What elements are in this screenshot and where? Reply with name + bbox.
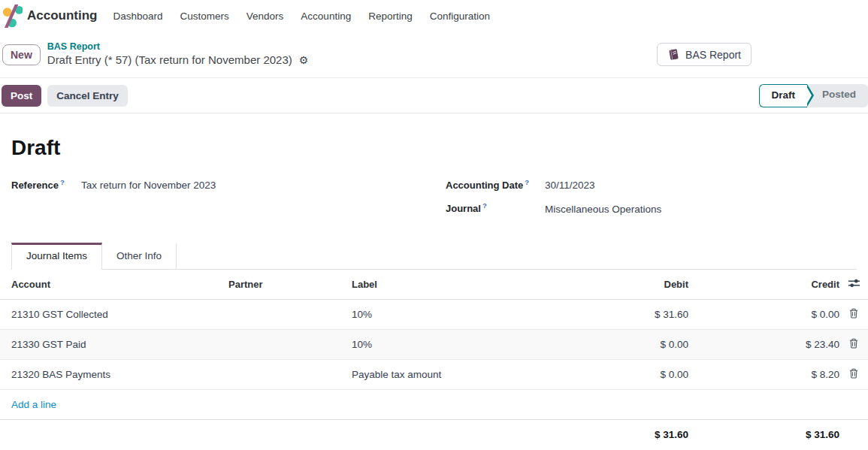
credit-cell[interactable]: $ 8.20 (688, 360, 839, 390)
control-panel: New BAS Report Draft Entry (* 57) (Tax r… (0, 32, 868, 77)
debit-total: $ 31.60 (568, 420, 688, 449)
tab-journal-items[interactable]: Journal Items (11, 243, 102, 270)
help-icon: ? (525, 178, 529, 186)
debit-cell[interactable]: $ 31.60 (568, 300, 688, 330)
top-nav: Accounting Dashboard Customers Vendors A… (0, 0, 868, 32)
totals-row: $ 31.60 $ 31.60 (0, 420, 868, 449)
action-bar: Post Cancel Entry Draft Posted (0, 77, 868, 113)
label-cell[interactable]: Payable tax amount (352, 360, 568, 390)
reference-value[interactable]: Tax return for November 2023 (81, 180, 216, 191)
cancel-entry-button[interactable]: Cancel Entry (47, 85, 128, 107)
nav-item-accounting[interactable]: Accounting (301, 11, 351, 22)
post-button[interactable]: Post (2, 85, 41, 107)
reference-label: Reference? (11, 178, 81, 191)
table-row[interactable]: 21330 GST Paid 10% $ 0.00 $ 23.40 (0, 330, 868, 360)
journal-items-table: Account Partner Label Debit Credit 21310… (0, 270, 868, 449)
accounting-date-value[interactable]: 30/11/2023 (545, 180, 595, 191)
journal-label: Journal? (446, 201, 545, 214)
credit-cell[interactable]: $ 23.40 (688, 330, 839, 360)
breadcrumb: BAS Report Draft Entry (* 57) (Tax retur… (47, 41, 309, 67)
status-step-draft[interactable]: Draft (759, 84, 807, 107)
label-cell[interactable]: 10% (352, 300, 568, 330)
field-group: Reference? Tax return for November 2023 … (11, 178, 857, 225)
col-header-credit[interactable]: Credit (688, 270, 839, 300)
nav-item-vendors[interactable]: Vendors (246, 11, 284, 22)
partner-cell[interactable] (228, 300, 352, 330)
new-button[interactable]: New (2, 44, 41, 65)
help-icon: ? (482, 201, 487, 210)
accounting-app-icon[interactable] (2, 5, 23, 28)
breadcrumb-parent-link[interactable]: BAS Report (47, 41, 309, 53)
col-header-label[interactable]: Label (352, 270, 568, 300)
table-header-row: Account Partner Label Debit Credit (0, 270, 868, 300)
status-step-posted[interactable]: Posted (807, 84, 868, 107)
breadcrumb-current: Draft Entry (* 57) (Tax return for Novem… (47, 53, 292, 68)
page-title: Draft (11, 136, 857, 160)
trash-icon[interactable] (849, 368, 858, 379)
help-icon: ? (60, 178, 65, 186)
add-line-row: Add a line (0, 390, 868, 420)
main-menu: Dashboard Customers Vendors Accounting R… (113, 11, 491, 22)
accounting-date-label: Accounting Date? (446, 178, 545, 191)
app-brand: Accounting (2, 5, 98, 28)
account-cell[interactable]: 21320 BAS Payments (0, 360, 228, 390)
nav-item-reporting[interactable]: Reporting (368, 11, 413, 22)
form-sheet: Draft Reference? Tax return for November… (0, 136, 868, 449)
bas-report-button[interactable]: BAS Report (657, 43, 752, 66)
tab-other-info[interactable]: Other Info (102, 243, 177, 269)
optional-columns-icon[interactable] (839, 270, 868, 300)
credit-total: $ 31.60 (688, 420, 839, 449)
col-header-account[interactable]: Account (0, 270, 228, 300)
notebook-tabs: Journal Items Other Info (11, 243, 857, 270)
credit-cell[interactable]: $ 0.00 (688, 300, 839, 330)
nav-item-dashboard[interactable]: Dashboard (113, 11, 163, 22)
partner-cell[interactable] (228, 360, 352, 390)
account-cell[interactable]: 21310 GST Collected (0, 300, 228, 330)
add-a-line-link[interactable]: Add a line (11, 399, 56, 410)
partner-cell[interactable] (228, 330, 352, 360)
journal-value[interactable]: Miscellaneous Operations (545, 204, 661, 215)
bas-report-button-label: BAS Report (685, 49, 741, 61)
app-name[interactable]: Accounting (27, 8, 98, 23)
status-bar: Draft Posted (759, 84, 868, 107)
table-row[interactable]: 21320 BAS Payments Payable tax amount $ … (0, 360, 868, 390)
nav-item-configuration[interactable]: Configuration (430, 11, 490, 22)
nav-item-customers[interactable]: Customers (180, 11, 229, 22)
debit-cell[interactable]: $ 0.00 (568, 360, 688, 390)
col-header-partner[interactable]: Partner (228, 270, 352, 300)
table-row[interactable]: 21310 GST Collected 10% $ 31.60 $ 0.00 (0, 300, 868, 330)
debit-cell[interactable]: $ 0.00 (568, 330, 688, 360)
trash-icon[interactable] (849, 338, 858, 349)
account-cell[interactable]: 21330 GST Paid (0, 330, 228, 360)
gear-icon[interactable]: ⚙ (299, 55, 309, 65)
book-icon (667, 48, 680, 61)
col-header-debit[interactable]: Debit (568, 270, 688, 300)
label-cell[interactable]: 10% (352, 330, 568, 360)
trash-icon[interactable] (849, 308, 858, 319)
